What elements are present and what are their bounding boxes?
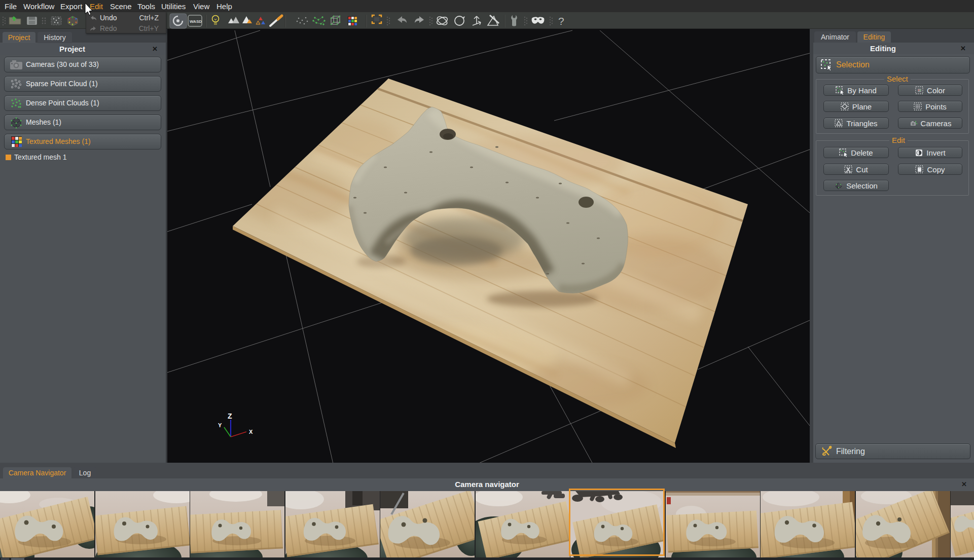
svg-text:Y: Y [218, 422, 222, 428]
svg-text:X: X [249, 429, 253, 435]
svg-text:Z: Z [228, 412, 232, 420]
svg-text:WASD: WASD [190, 19, 202, 24]
svg-text:?: ? [558, 15, 564, 27]
